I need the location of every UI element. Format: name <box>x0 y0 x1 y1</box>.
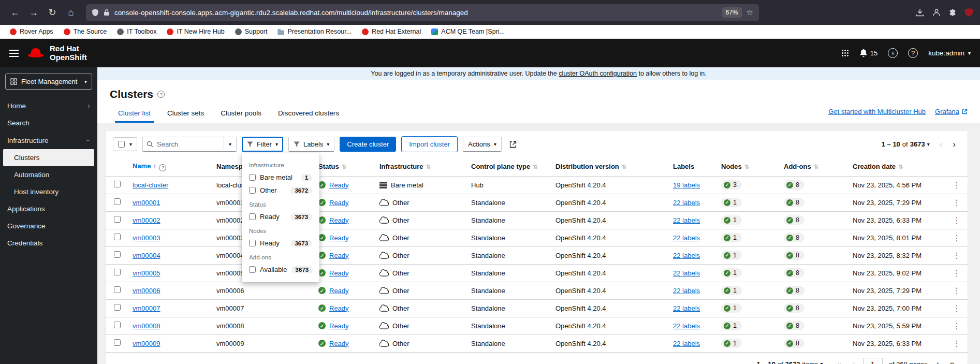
multicluster-hub-link[interactable]: Get started with Multicluster Hub <box>828 108 926 115</box>
row-actions-kebab-button[interactable]: ⋮ <box>949 322 964 330</box>
grafana-link[interactable]: Grafana <box>935 108 968 115</box>
labels-link[interactable]: 19 labels <box>673 181 700 189</box>
quick-create-icon[interactable]: + <box>888 48 898 58</box>
user-menu[interactable]: kube:admin ▾ <box>928 49 971 57</box>
cluster-name-link[interactable]: vm00003 <box>133 234 160 242</box>
url-text[interactable]: console-openshift-console.apps.acm-gigan… <box>114 9 718 17</box>
addons-available-badge[interactable]: ✓8 <box>784 321 805 330</box>
actions-dropdown-toggle[interactable]: Actions ▾ <box>463 137 502 152</box>
cluster-name-link[interactable]: vm00005 <box>133 269 160 277</box>
filter-dropdown-toggle[interactable]: Filter ▾ <box>242 137 283 152</box>
labels-link[interactable]: 22 labels <box>673 252 700 259</box>
row-select-checkbox[interactable] <box>114 234 121 240</box>
previous-page-button[interactable]: ‹ <box>847 359 860 364</box>
row-select-checkbox[interactable] <box>114 339 121 346</box>
app-launcher-icon[interactable] <box>841 49 849 57</box>
perspective-switcher[interactable]: Fleet Management ▾ <box>5 74 92 90</box>
row-actions-kebab-button[interactable]: ⋮ <box>949 216 964 225</box>
status-link[interactable]: Ready <box>329 181 349 189</box>
status-link[interactable]: Ready <box>329 216 349 224</box>
bookmark-item[interactable]: Red Hat External <box>357 26 426 37</box>
filter-option-ready[interactable]: Ready3673 <box>242 237 319 250</box>
tab-cluster-list[interactable]: Cluster list <box>110 105 159 123</box>
zoom-indicator[interactable]: 67% <box>722 7 742 18</box>
nodes-ready-badge[interactable]: ✓1 <box>721 321 742 330</box>
labels-link[interactable]: 22 labels <box>673 287 700 295</box>
sidebar-item-applications[interactable]: Applications <box>0 200 97 217</box>
bookmark-star-icon[interactable]: ☆ <box>747 8 753 17</box>
ublock-extension-icon[interactable] <box>965 8 973 17</box>
column-help-icon[interactable]: ? <box>159 164 166 171</box>
tab-discovered-clusters[interactable]: Discovered clusters <box>270 105 347 123</box>
bookmark-item[interactable]: Presentation Resour... <box>273 26 356 37</box>
row-select-checkbox[interactable] <box>114 216 121 223</box>
row-actions-kebab-button[interactable]: ⋮ <box>949 251 964 260</box>
tab-cluster-pools[interactable]: Cluster pools <box>212 105 270 123</box>
column-header-name[interactable]: Name↑? <box>128 157 212 176</box>
lock-icon[interactable] <box>104 9 110 16</box>
sidebar-item-clusters[interactable]: Clusters <box>3 149 94 166</box>
row-actions-kebab-button[interactable]: ⋮ <box>949 339 964 348</box>
nodes-ready-badge[interactable]: ✓1 <box>721 215 742 225</box>
tab-cluster-sets[interactable]: Cluster sets <box>159 105 212 123</box>
addons-available-badge[interactable]: ✓8 <box>784 180 805 190</box>
filter-option-checkbox[interactable] <box>249 213 256 220</box>
nodes-ready-badge[interactable]: ✓1 <box>721 233 742 242</box>
create-cluster-button[interactable]: Create cluster <box>340 137 396 152</box>
column-header-creation-date[interactable]: Creation date⇅ <box>849 157 945 176</box>
addons-available-badge[interactable]: ✓8 <box>784 339 805 348</box>
notifications-button[interactable]: 15 <box>859 49 877 57</box>
labels-link[interactable]: 22 labels <box>673 340 700 347</box>
labels-link[interactable]: 22 labels <box>673 269 700 277</box>
cluster-name-link[interactable]: vm00007 <box>133 304 160 312</box>
first-page-button[interactable]: « <box>832 359 846 364</box>
home-icon[interactable]: ⌂ <box>63 5 79 20</box>
addons-available-badge[interactable]: ✓8 <box>784 198 805 207</box>
addons-available-badge[interactable]: ✓8 <box>784 303 805 313</box>
bookmark-item[interactable]: IT New Hire Hub <box>162 26 229 37</box>
status-link[interactable]: Ready <box>329 269 349 277</box>
labels-link[interactable]: 22 labels <box>673 199 700 207</box>
row-actions-kebab-button[interactable]: ⋮ <box>949 181 964 190</box>
previous-page-button[interactable]: ‹ <box>935 139 947 150</box>
search-input[interactable] <box>142 137 224 152</box>
addons-available-badge[interactable]: ✓8 <box>784 215 805 225</box>
reload-icon[interactable]: ↻ <box>45 5 60 20</box>
tracking-protection-shield-icon[interactable] <box>92 9 99 17</box>
nodes-ready-badge[interactable]: ✓1 <box>721 303 742 313</box>
row-actions-kebab-button[interactable]: ⋮ <box>949 198 964 207</box>
nodes-ready-badge[interactable]: ✓1 <box>721 286 742 295</box>
current-page-input[interactable] <box>863 358 883 364</box>
labels-link[interactable]: 22 labels <box>673 234 700 242</box>
row-select-checkbox[interactable] <box>114 269 121 275</box>
export-button[interactable] <box>507 138 519 151</box>
sidebar-item-host-inventory[interactable]: Host inventory <box>0 183 97 200</box>
sidebar-item-automation[interactable]: Automation <box>0 166 97 183</box>
column-header-infrastructure[interactable]: Infrastructure⇅ <box>375 157 467 176</box>
filter-option-other[interactable]: Other3672 <box>242 184 319 197</box>
forward-icon[interactable]: → <box>26 5 41 20</box>
filter-option-checkbox[interactable] <box>249 240 256 246</box>
extensions-icon[interactable] <box>949 9 957 17</box>
filter-option-ready[interactable]: Ready3673 <box>242 210 319 223</box>
filter-option-bare-metal[interactable]: Bare metal1 <box>242 171 319 184</box>
labels-link[interactable]: 22 labels <box>673 216 700 224</box>
bookmark-item[interactable]: Support <box>230 26 272 37</box>
bookmark-item[interactable]: IT Toolbox <box>112 26 161 37</box>
page-help-icon[interactable]: ? <box>157 91 165 98</box>
sidebar-item-search[interactable]: Search <box>0 114 97 132</box>
pagination-menu-toggle[interactable]: 1 – 10 of 3673 ▾ <box>877 138 934 150</box>
column-header-status[interactable]: Status⇅ <box>314 157 375 176</box>
nodes-ready-badge[interactable]: ✓1 <box>721 198 742 207</box>
nodes-ready-badge[interactable]: ✓1 <box>721 339 742 348</box>
sidebar-item-home[interactable]: Home› <box>0 97 97 114</box>
labels-dropdown-toggle[interactable]: Labels ▾ <box>288 137 334 152</box>
column-header-nodes[interactable]: Nodes⇅ <box>717 157 780 176</box>
row-select-checkbox[interactable] <box>114 198 121 205</box>
cluster-name-link[interactable]: vm00008 <box>133 322 160 330</box>
search-options-toggle[interactable]: ▾ <box>224 137 237 152</box>
cluster-name-link[interactable]: vm00002 <box>133 216 160 224</box>
labels-link[interactable]: 22 labels <box>673 322 700 330</box>
row-actions-kebab-button[interactable]: ⋮ <box>949 234 964 242</box>
nodes-ready-badge[interactable]: ✓3 <box>721 180 742 190</box>
